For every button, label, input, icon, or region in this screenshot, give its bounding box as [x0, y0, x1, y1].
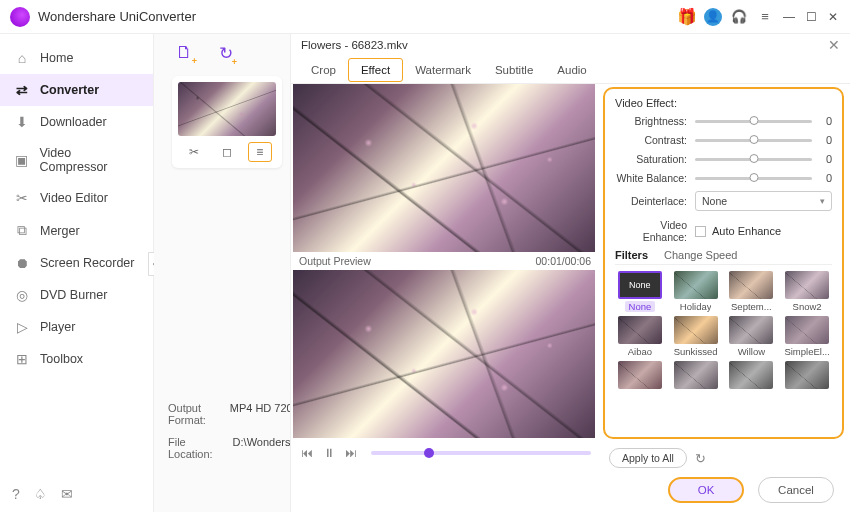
file-location-label: File Location: [168, 436, 233, 460]
filter-name: Snow2 [793, 301, 822, 312]
chevron-down-icon: ▾ [820, 196, 825, 206]
sidebar-item-recorder[interactable]: ⏺Screen Recorder [0, 247, 153, 279]
slider-knob[interactable] [749, 116, 758, 125]
bell-icon[interactable]: ♤ [34, 486, 47, 502]
menu-icon[interactable]: ≡ [754, 6, 776, 28]
next-button[interactable]: ⏭ [343, 446, 359, 460]
slider-knob[interactable] [749, 154, 758, 163]
filter-sunkissed[interactable]: Sunkissed [671, 316, 721, 357]
filter-none[interactable]: NoneNone [615, 271, 665, 312]
effect-editor-panel: Flowers - 66823.mkv ✕ Crop Effect Waterm… [290, 34, 850, 512]
file-location-value[interactable]: D:\Wondersh [233, 436, 290, 460]
filters-tab[interactable]: Filters [615, 249, 648, 261]
crop-icon[interactable]: ◻ [215, 142, 239, 162]
contrast-slider[interactable] [695, 139, 812, 142]
sidebar-item-label: Video Editor [40, 191, 108, 205]
gift-icon[interactable]: 🎁 [676, 6, 698, 28]
sidebar-item-label: Screen Recorder [40, 256, 135, 270]
dvd-icon: ◎ [14, 287, 30, 303]
filter-aibao[interactable]: Aibao [615, 316, 665, 357]
close-editor-icon[interactable]: ✕ [828, 37, 840, 53]
sidebar-item-player[interactable]: ▷Player [0, 311, 153, 343]
filter-name: None [625, 301, 656, 312]
effect-icon[interactable]: ≡ [248, 142, 272, 162]
share-icon[interactable]: ✉ [61, 486, 73, 502]
video-effect-panel: Video Effect: Brightness:0 Contrast:0 Sa… [603, 87, 844, 439]
whitebalance-slider[interactable] [695, 177, 812, 180]
filter-name: Sunkissed [674, 346, 718, 357]
change-speed-tab[interactable]: Change Speed [664, 249, 737, 261]
filter-item[interactable] [727, 361, 777, 391]
slider-knob[interactable] [749, 135, 758, 144]
filter-thumb [729, 361, 773, 389]
filter-willow[interactable]: Willow [727, 316, 777, 357]
help-icon[interactable]: ? [12, 486, 20, 502]
sidebar-item-converter[interactable]: ⇄Converter [0, 74, 153, 106]
trim-icon[interactable]: ✂ [182, 142, 206, 162]
filter-thumb [674, 316, 718, 344]
brightness-slider[interactable] [695, 120, 812, 123]
close-button[interactable]: ✕ [822, 6, 844, 28]
slider-knob[interactable] [749, 173, 758, 182]
filter-item[interactable] [615, 361, 665, 391]
thumbnail-toolbar: ✂ ◻ ≡ [178, 142, 276, 162]
sidebar-item-merger[interactable]: ⧉Merger [0, 214, 153, 247]
whitebalance-row: White Balance:0 [615, 172, 832, 184]
brightness-row: Brightness:0 [615, 115, 832, 127]
progress-bar[interactable] [371, 451, 591, 455]
saturation-label: Saturation: [615, 153, 687, 165]
tab-audio[interactable]: Audio [545, 59, 598, 81]
sidebar-item-dvd[interactable]: ◎DVD Burner [0, 279, 153, 311]
tab-subtitle[interactable]: Subtitle [483, 59, 545, 81]
compress-icon: ▣ [14, 152, 29, 168]
app-title: Wondershare UniConverter [38, 9, 196, 24]
sidebar-item-home[interactable]: ⌂Home [0, 42, 153, 74]
output-preview-bar: Output Preview 00:01/00:06 [293, 252, 597, 270]
minimize-button[interactable]: — [778, 6, 800, 28]
support-icon[interactable]: 🎧 [728, 6, 750, 28]
sidebar-item-compressor[interactable]: ▣Video Compressor [0, 138, 153, 182]
saturation-row: Saturation:0 [615, 153, 832, 165]
prev-button[interactable]: ⏮ [299, 446, 315, 460]
add-file-icon[interactable]: 🗋+ [176, 43, 193, 63]
editor-file-title: Flowers - 66823.mkv [301, 39, 408, 51]
progress-knob[interactable] [424, 448, 434, 458]
pause-button[interactable]: ⏸ [321, 446, 337, 460]
contrast-row: Contrast:0 [615, 134, 832, 146]
sidebar-item-downloader[interactable]: ⬇Downloader [0, 106, 153, 138]
tab-crop[interactable]: Crop [299, 59, 348, 81]
sidebar-item-toolbox[interactable]: ⊞Toolbox [0, 343, 153, 375]
sidebar-item-editor[interactable]: ✂Video Editor [0, 182, 153, 214]
video-thumbnail [178, 82, 276, 136]
tab-watermark[interactable]: Watermark [403, 59, 483, 81]
enhance-label: Video Enhance: [615, 219, 687, 243]
video-thumbnail-card[interactable]: ✂ ◻ ≡ [172, 76, 282, 168]
sidebar-bottom: ? ♤ ✉ [0, 476, 153, 512]
filter-item[interactable] [782, 361, 832, 391]
filter-snow2[interactable]: Snow2 [782, 271, 832, 312]
ok-button[interactable]: OK [668, 477, 744, 503]
filter-item[interactable] [671, 361, 721, 391]
filter-name: Septem... [731, 301, 772, 312]
output-format-value[interactable]: MP4 HD 720P [230, 402, 290, 426]
output-preview [293, 270, 595, 438]
saturation-slider[interactable] [695, 158, 812, 161]
add-folder-icon[interactable]: ↻+ [219, 43, 233, 64]
account-avatar-icon[interactable]: 👤 [702, 6, 724, 28]
deinterlace-select[interactable]: None▾ [695, 191, 832, 211]
tab-effect[interactable]: Effect [348, 58, 403, 82]
filter-thumb: None [618, 271, 662, 299]
reset-icon[interactable]: ↻ [695, 451, 706, 466]
file-toolbar: 🗋+ ↻+ [154, 34, 290, 72]
filter-septem[interactable]: Septem... [727, 271, 777, 312]
filter-simpleel[interactable]: SimpleEl... [782, 316, 832, 357]
cancel-button[interactable]: Cancel [758, 477, 834, 503]
editor-header: Flowers - 66823.mkv ✕ [291, 34, 850, 56]
deinterlace-value: None [702, 195, 727, 207]
auto-enhance-label: Auto Enhance [712, 225, 781, 237]
auto-enhance-checkbox[interactable] [695, 226, 706, 237]
maximize-button[interactable]: ☐ [800, 6, 822, 28]
filter-thumb [618, 361, 662, 389]
filter-holiday[interactable]: Holiday [671, 271, 721, 312]
apply-to-all-button[interactable]: Apply to All [609, 448, 687, 468]
